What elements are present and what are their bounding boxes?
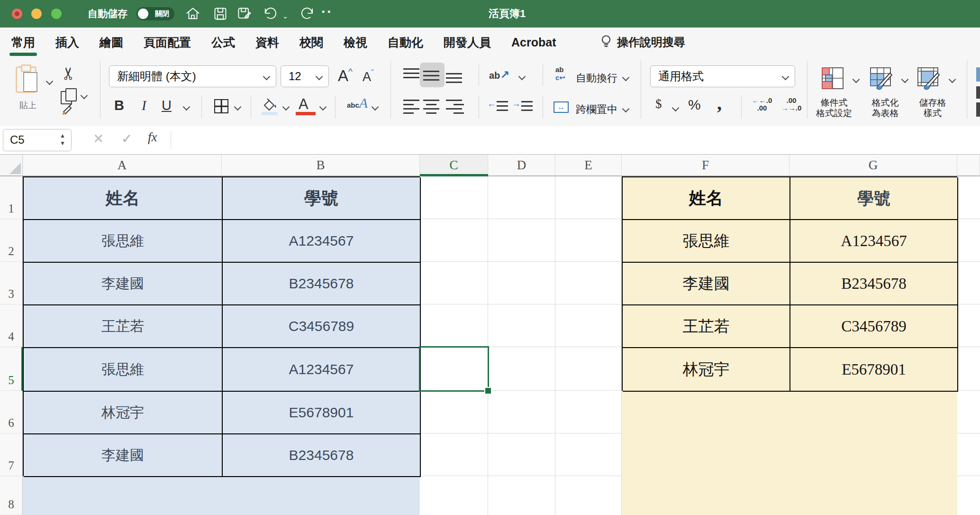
align-middle-button[interactable] (423, 67, 441, 85)
name-box-spinner[interactable]: ▲▼ (60, 132, 65, 147)
cut-button[interactable]: ✂ (62, 64, 76, 83)
font-color-button[interactable]: A (299, 96, 309, 113)
format-as-table-button[interactable]: 格式化為表格 (872, 98, 899, 119)
borders-button[interactable] (214, 99, 228, 113)
number-format-select[interactable]: 通用格式 (650, 65, 795, 87)
undo-icon[interactable] (262, 6, 277, 21)
right-table-cell-F2-1[interactable]: A1234567 (790, 220, 958, 263)
currency-button[interactable]: $ (655, 97, 662, 111)
tab-公式[interactable]: 公式 (210, 35, 236, 50)
font-name-select[interactable]: 新細明體 (本文) (109, 65, 276, 87)
column-header-A[interactable]: A (23, 155, 222, 176)
row-header-7[interactable]: 7 (0, 433, 23, 476)
align-right-button[interactable] (446, 99, 464, 117)
column-header-clipped[interactable] (957, 155, 980, 176)
left-table-cell-A5-0[interactable]: 張思維 (24, 348, 223, 392)
orientation-button[interactable]: ab↗ (489, 68, 509, 82)
right-table-cell-F3-1[interactable]: B2345678 (790, 263, 958, 305)
left-table-cell-A6-1[interactable]: E5678901 (223, 392, 421, 434)
fill-color-dropdown-icon[interactable] (282, 103, 290, 111)
undo-chevron-icon[interactable]: ⌄ (282, 12, 288, 20)
fill-handle[interactable] (484, 387, 492, 395)
right-table-cell-F1-0[interactable]: 姓名 (623, 177, 790, 220)
tab-檢視[interactable]: 檢視 (343, 35, 368, 50)
row-header-8[interactable]: 8 (0, 476, 23, 515)
italic-button[interactable]: I (142, 98, 146, 113)
right-table-cell-F5-0[interactable]: 林冠宇 (623, 348, 790, 392)
font-color-dropdown-icon[interactable] (319, 103, 327, 111)
right-table-cell-F2-0[interactable]: 張思維 (623, 220, 790, 263)
column-header-F[interactable]: F (622, 155, 789, 176)
left-table-cell-A1-1[interactable]: 學號 (223, 177, 421, 220)
minimize-window-button[interactable] (31, 9, 42, 19)
percent-button[interactable]: % (688, 97, 701, 113)
left-table-cell-A6-0[interactable]: 林冠宇 (24, 392, 223, 434)
insert-function-icon[interactable]: fx (148, 130, 157, 145)
redo-icon[interactable] (300, 6, 316, 21)
left-table-cell-A4-1[interactable]: C3456789 (223, 305, 421, 348)
left-table-fill-extension[interactable] (23, 476, 420, 515)
increase-indent-button[interactable]: → (512, 100, 533, 118)
copy-dropdown-icon[interactable] (81, 92, 88, 100)
save-icon[interactable] (213, 6, 228, 21)
tab-自動化[interactable]: 自動化 (387, 35, 424, 50)
select-all-corner[interactable] (0, 155, 23, 176)
align-top-button[interactable] (403, 67, 421, 85)
left-table-cell-A2-1[interactable]: A1234567 (223, 220, 421, 263)
column-header-D[interactable]: D (488, 155, 555, 176)
left-table-cell-A7-0[interactable]: 李建國 (24, 434, 223, 477)
orientation-dropdown-icon[interactable] (518, 73, 526, 81)
row-header-2[interactable]: 2 (0, 219, 23, 262)
zoom-window-button[interactable] (51, 9, 62, 19)
row-header-3[interactable]: 3 (0, 262, 23, 304)
column-header-E[interactable]: E (555, 155, 622, 176)
right-table-cell-F1-1[interactable]: 學號 (790, 177, 958, 220)
format-as-table-dropdown-icon[interactable] (901, 76, 909, 83)
column-header-G[interactable]: G (789, 155, 957, 176)
right-table-fill-extension[interactable] (622, 391, 957, 515)
decrease-indent-button[interactable]: ← (487, 100, 508, 118)
phonetic-dropdown-icon[interactable] (372, 103, 379, 111)
autosave-toggle[interactable]: 關閉 (136, 7, 174, 20)
wrap-text-button[interactable]: 自動換行 (576, 71, 617, 85)
close-window-button[interactable] (12, 9, 22, 19)
phonetic-guide-button[interactable]: abcA (347, 95, 368, 111)
tab-資料[interactable]: 資料 (254, 35, 280, 50)
right-table-cell-F4-0[interactable]: 王芷若 (623, 305, 790, 348)
tab-校閱[interactable]: 校閱 (299, 35, 324, 50)
tab-常用[interactable]: 常用 (10, 35, 36, 50)
currency-dropdown-icon[interactable] (672, 104, 680, 112)
column-header-C[interactable]: C (420, 155, 488, 176)
left-table-cell-A5-1[interactable]: A1234567 (223, 348, 421, 392)
cell-styles-button[interactable]: 儲存格樣式 (919, 98, 946, 119)
row-header-5[interactable]: 5 (0, 347, 23, 391)
paste-dropdown-icon[interactable] (46, 78, 54, 85)
merge-center-button[interactable]: 跨欄置中 (576, 102, 617, 117)
comma-style-button[interactable]: , (717, 92, 722, 114)
row-header-4[interactable]: 4 (0, 304, 23, 347)
increase-decimal-button[interactable]: .00→→.0 (778, 97, 805, 112)
enter-icon[interactable]: ✓ (121, 131, 132, 147)
selected-cell-C5[interactable] (419, 346, 489, 392)
save-as-icon[interactable] (237, 6, 252, 21)
tab-Acrobat[interactable]: Acrobat (510, 36, 557, 49)
align-left-button[interactable] (403, 99, 421, 117)
tab-開發人員[interactable]: 開發人員 (443, 35, 492, 50)
left-table-cell-A3-0[interactable]: 李建國 (24, 263, 223, 305)
tab-繪圖[interactable]: 繪圖 (99, 35, 124, 50)
left-table-cell-A4-0[interactable]: 王芷若 (24, 305, 223, 348)
format-painter-button[interactable] (59, 101, 76, 120)
wrap-dropdown-icon[interactable] (622, 74, 630, 82)
column-header-B[interactable]: B (222, 155, 420, 176)
home-icon[interactable] (185, 6, 200, 21)
decrease-font-size-button[interactable]: Aˇ (363, 68, 374, 84)
name-box[interactable]: C5 ▲▼ (3, 129, 72, 151)
merge-dropdown-icon[interactable] (622, 105, 630, 113)
more-commands-icon[interactable]: ·· (321, 4, 333, 20)
right-table-cell-F3-0[interactable]: 李建國 (623, 263, 790, 305)
tab-頁面配置[interactable]: 頁面配置 (143, 35, 192, 50)
conditional-formatting-dropdown-icon[interactable] (853, 76, 860, 83)
tell-me-search[interactable]: 操作說明搜尋 (600, 28, 685, 57)
tab-插入[interactable]: 插入 (54, 35, 80, 50)
borders-dropdown-icon[interactable] (234, 103, 242, 111)
